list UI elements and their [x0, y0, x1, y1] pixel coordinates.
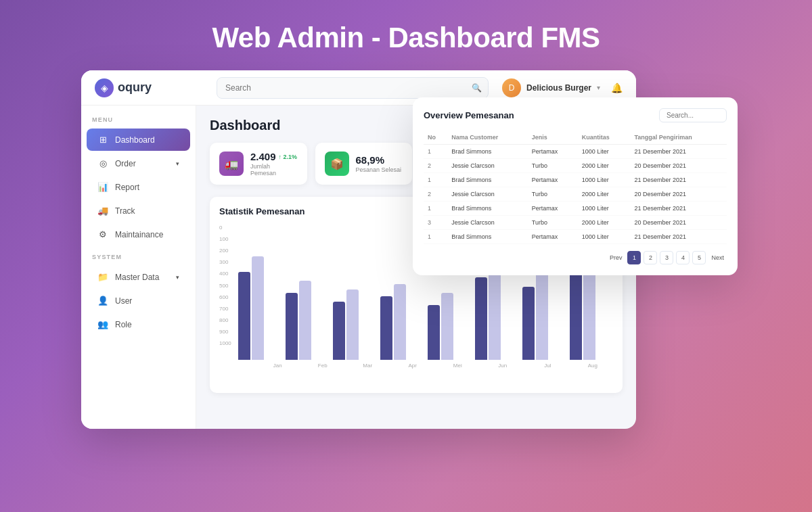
x-label-mei: Mei	[437, 363, 478, 369]
sidebar: MENU ⊞ Dashboard ◎ Order ▾ 📊 Report 🚚 Tr…	[81, 106, 196, 429]
x-labels: Jan Feb Mar Apr Mei Jun Jul Aug	[219, 363, 613, 369]
search-wrap: 🔍	[217, 77, 489, 99]
menu-label: MENU	[81, 116, 196, 129]
bar-light	[252, 256, 264, 360]
y-label: 200	[219, 248, 231, 254]
cell-no: 1	[424, 202, 447, 216]
pagination: Prev 1 2 3 4 5 Next	[424, 251, 727, 264]
sidebar-item-maintainance[interactable]: ⚙ Maintainance	[87, 223, 190, 246]
bar-dark	[475, 277, 487, 360]
bar-dark	[570, 262, 582, 360]
y-label: 100	[219, 236, 231, 242]
x-label-mar: Mar	[347, 363, 388, 369]
cell-jenis: Pertamax	[528, 173, 578, 187]
logo-icon: ◈	[95, 78, 114, 97]
sidebar-item-report[interactable]: 📊 Report	[87, 176, 190, 198]
cell-customer: Jessie Clarcson	[447, 216, 528, 230]
bar-dark	[286, 293, 298, 360]
page-btn-4[interactable]: 4	[676, 251, 690, 264]
table-row: 1 Brad Simmons Pertamax 1000 Liter 21 De…	[424, 230, 727, 244]
cell-customer: Jessie Clarcson	[447, 187, 528, 202]
cell-tanggal: 21 Desember 2021	[630, 173, 727, 187]
bell-icon: 🔔	[611, 83, 623, 93]
user-area: D Delicious Burger ▾ 🔔	[502, 78, 623, 97]
bar-dark	[238, 272, 250, 360]
y-label: 600	[219, 294, 231, 300]
cell-kuantitas: 2000 Liter	[578, 187, 631, 202]
sidebar-item-label: Maintainance	[115, 230, 163, 239]
cell-jenis: Pertamax	[528, 202, 578, 216]
cell-no: 2	[424, 187, 447, 202]
bar-group-mei	[428, 293, 471, 360]
bar-group-feb	[286, 281, 329, 360]
stat-card-jumlah-pemesan: 🚛 2.409 ↑ 2.1% Jumlah Pemesan	[210, 143, 307, 185]
bar-dark	[522, 287, 535, 360]
y-axis: 1000 900 800 700 600 500 400 300 200 100…	[219, 225, 231, 360]
overview-title: Overview Pemesanan	[424, 110, 514, 120]
bar-light	[394, 284, 406, 360]
search-input[interactable]	[217, 77, 489, 99]
col-header-tanggal: Tanggal Pengiriman	[630, 131, 727, 145]
cell-jenis: Turbo	[528, 216, 578, 230]
y-label: 1000	[219, 340, 231, 346]
track-icon: 🚚	[97, 206, 108, 216]
sidebar-item-label: Role	[115, 320, 132, 329]
page-btn-2[interactable]: 2	[644, 251, 657, 264]
cell-kuantitas: 2000 Liter	[578, 159, 631, 173]
bar-dark	[333, 302, 345, 360]
table-row: 2 Jessie Clarcson Turbo 2000 Liter 20 De…	[424, 187, 727, 202]
dashboard-wrapper: ◈ oqury 🔍 D Delicious Burger ▾ 🔔 MENU	[81, 70, 731, 449]
cell-tanggal: 21 Desember 2021	[630, 202, 727, 216]
sidebar-item-track[interactable]: 🚚 Track	[87, 200, 190, 222]
order-icon: ◎	[97, 158, 108, 168]
stat-label: Pesanan Selesai	[356, 166, 402, 173]
next-button[interactable]: Next	[708, 254, 727, 261]
cell-tanggal: 21 Desember 2021	[630, 230, 727, 244]
cell-kuantitas: 1000 Liter	[578, 145, 631, 159]
cell-customer: Jessie Clarcson	[447, 159, 528, 173]
sidebar-item-order[interactable]: ◎ Order ▾	[87, 152, 190, 174]
stat-info: 68,9% Pesanan Selesai	[356, 154, 402, 173]
table-row: 3 Jessie Clarcson Turbo 2000 Liter 20 De…	[424, 216, 727, 230]
page-btn-3[interactable]: 3	[660, 251, 673, 264]
page-btn-5[interactable]: 5	[692, 251, 706, 264]
stat-value: 68,9%	[356, 154, 402, 166]
sidebar-item-master-data[interactable]: 📁 Master Data ▾	[87, 266, 190, 288]
sidebar-item-dashboard[interactable]: ⊞ Dashboard	[87, 129, 190, 151]
col-header-no: No	[424, 131, 447, 145]
sidebar-item-role[interactable]: 👥 Role	[87, 313, 190, 335]
sidebar-item-user[interactable]: 👤 User	[87, 289, 190, 312]
sidebar-item-label: Track	[115, 206, 135, 216]
cell-jenis: Turbo	[528, 159, 578, 173]
bar-group-mar	[333, 289, 376, 360]
bar-dark	[428, 305, 440, 360]
col-header-customer: Nama Customer	[447, 131, 528, 145]
bar-light	[346, 289, 359, 360]
table-row: 1 Brad Simmons Pertamax 1000 Liter 21 De…	[424, 173, 727, 187]
y-label: 400	[219, 271, 231, 277]
sidebar-item-label: User	[115, 296, 132, 306]
overview-search-input[interactable]	[659, 108, 727, 122]
cell-tanggal: 20 Desember 2021	[630, 187, 727, 202]
table-row: 1 Brad Simmons Pertamax 1000 Liter 21 De…	[424, 145, 727, 159]
cell-kuantitas: 2000 Liter	[578, 216, 631, 230]
bar-light	[441, 293, 453, 360]
page-title: Web Admin - Dashboard FMS	[212, 0, 600, 68]
cell-tanggal: 20 Desember 2021	[630, 159, 727, 173]
cell-tanggal: 21 Desember 2021	[630, 145, 727, 159]
cell-jenis: Turbo	[528, 187, 578, 202]
report-icon: 📊	[97, 182, 108, 192]
cell-kuantitas: 1000 Liter	[578, 202, 631, 216]
page-btn-1[interactable]: 1	[627, 251, 641, 264]
search-bar: 🔍	[217, 77, 489, 99]
cell-no: 1	[424, 230, 447, 244]
user-name: Delicious Burger	[526, 83, 591, 93]
x-label-apr: Apr	[392, 363, 434, 369]
x-label-jun: Jun	[482, 363, 524, 369]
cell-kuantitas: 1000 Liter	[578, 173, 631, 187]
col-header-jenis: Jenis	[528, 131, 578, 145]
prev-button[interactable]: Prev	[607, 254, 625, 261]
cell-tanggal: 20 Desember 2021	[630, 216, 727, 230]
x-label-jul: Jul	[527, 363, 568, 369]
logo-area: ◈ oqury	[95, 78, 203, 97]
